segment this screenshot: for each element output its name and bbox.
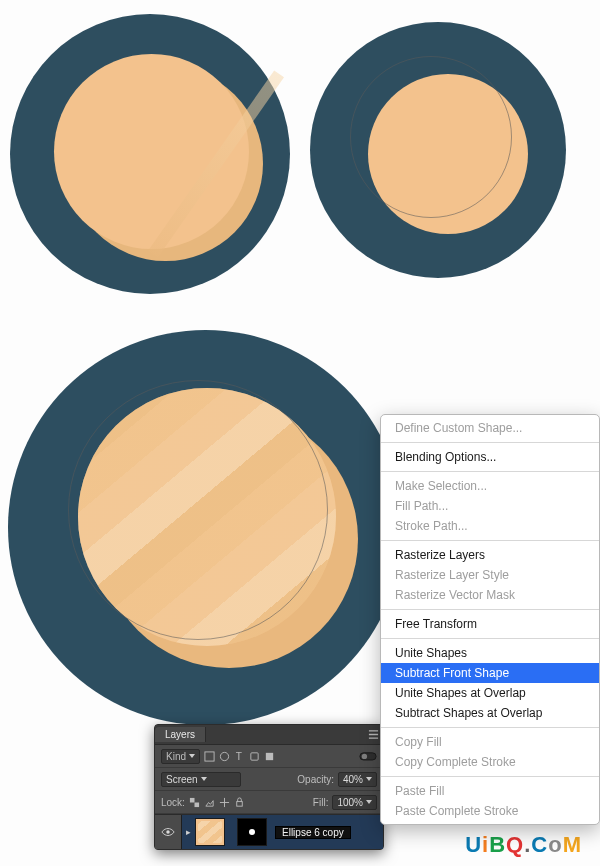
menu-item-subtract-shapes-at-overlap[interactable]: Subtract Shapes at Overlap [381,703,599,723]
wm-letter: C [531,832,548,857]
coin-stage-2 [310,22,566,278]
chevron-down-icon [366,800,372,804]
ellipse-path-outline [350,56,512,218]
wm-letter: M [563,832,582,857]
svg-rect-9 [237,801,243,806]
menu-separator [381,727,599,728]
layers-panel[interactable]: Layers Kind T Screen Opacity: 40% [154,724,384,850]
panel-tab-bar: Layers [155,725,383,745]
menu-item-unite-shapes[interactable]: Unite Shapes [381,643,599,663]
wm-letter: U [465,832,482,857]
eye-icon [161,827,175,837]
visibility-toggle[interactable] [155,815,182,849]
lock-position-icon[interactable] [219,797,230,808]
chevron-down-icon [189,754,195,758]
filter-type-icon[interactable]: T [234,751,245,762]
opacity-value: 40% [343,774,363,785]
menu-item-free-transform[interactable]: Free Transform [381,614,599,634]
opacity-field[interactable]: 40% [338,772,377,787]
svg-point-10 [166,830,170,834]
path-context-menu[interactable]: Define Custom Shape... Blending Options.… [380,414,600,825]
blend-mode-value: Screen [166,774,198,785]
svg-rect-8 [194,802,199,807]
menu-separator [381,776,599,777]
menu-item-stroke-path[interactable]: Stroke Path... [381,516,599,536]
menu-item-rasterize-layer-style[interactable]: Rasterize Layer Style [381,565,599,585]
layer-name-field[interactable]: Ellipse 6 copy [275,826,351,839]
layers-tab[interactable]: Layers [155,727,206,742]
vector-mask-thumbnail[interactable] [237,818,267,846]
menu-item-copy-complete-stroke[interactable]: Copy Complete Stroke [381,752,599,772]
filter-adjust-icon[interactable] [219,751,230,762]
disclosure-triangle-icon[interactable]: ▸ [186,827,191,837]
filter-row: Kind T [155,745,383,768]
menu-item-make-selection[interactable]: Make Selection... [381,476,599,496]
opacity-label: Opacity: [297,774,334,785]
lock-label: Lock: [161,797,185,808]
menu-item-paste-complete-stroke[interactable]: Paste Complete Stroke [381,801,599,821]
menu-item-blending-options[interactable]: Blending Options... [381,447,599,467]
layer-thumbnail[interactable] [195,818,225,846]
fill-field[interactable]: 100% [332,795,377,810]
filter-shape-icon[interactable] [249,751,260,762]
menu-item-define-custom-shape[interactable]: Define Custom Shape... [381,418,599,438]
menu-item-unite-shapes-at-overlap[interactable]: Unite Shapes at Overlap [381,683,599,703]
svg-text:T: T [236,751,242,762]
menu-item-rasterize-layers[interactable]: Rasterize Layers [381,545,599,565]
menu-separator [381,609,599,610]
svg-rect-4 [266,752,273,759]
lock-transparent-icon[interactable] [189,797,200,808]
svg-rect-3 [251,752,258,759]
menu-item-fill-path[interactable]: Fill Path... [381,496,599,516]
menu-separator [381,471,599,472]
fill-label: Fill: [313,797,329,808]
menu-item-rasterize-vector-mask[interactable]: Rasterize Vector Mask [381,585,599,605]
lock-fill-row: Lock: Fill: 100% [155,791,383,814]
fill-value: 100% [337,797,363,808]
lock-all-icon[interactable] [234,797,245,808]
svg-rect-0 [205,751,214,760]
wm-letter: o [548,832,562,857]
coin-stage-3 [8,330,403,725]
panel-menu-icon[interactable] [368,729,379,740]
menu-item-subtract-front-shape[interactable]: Subtract Front Shape [381,663,599,683]
lock-image-icon[interactable] [204,797,215,808]
wm-letter: B [489,832,506,857]
chevron-down-icon [201,777,207,781]
filter-pixel-icon[interactable] [204,751,215,762]
menu-item-copy-fill[interactable]: Copy Fill [381,732,599,752]
menu-separator [381,540,599,541]
filter-smart-icon[interactable] [264,751,275,762]
chevron-down-icon [366,777,372,781]
menu-separator [381,638,599,639]
ellipse-path-outline [68,380,328,640]
watermark-logo: UiBQ.CoM [465,834,582,856]
filter-toggle-switch[interactable] [359,751,377,762]
svg-point-6 [362,753,367,758]
kind-filter-dropdown[interactable]: Kind [161,749,200,764]
wm-letter: Q [506,832,524,857]
menu-separator [381,442,599,443]
coin-stage-1 [10,14,290,294]
kind-label: Kind [166,751,186,762]
blend-mode-dropdown[interactable]: Screen [161,772,241,787]
layer-row-selected[interactable]: ▸ Ellipse 6 copy [155,814,383,849]
svg-rect-7 [190,797,195,802]
svg-point-1 [220,752,228,760]
menu-item-paste-fill[interactable]: Paste Fill [381,781,599,801]
blend-opacity-row: Screen Opacity: 40% [155,768,383,791]
